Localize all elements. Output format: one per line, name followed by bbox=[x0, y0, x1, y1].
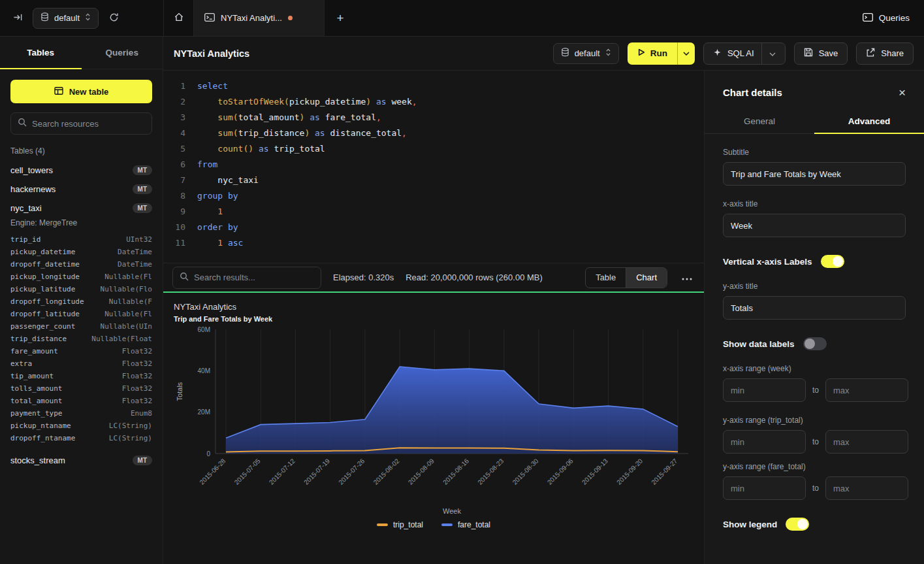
sidebar-tab-queries[interactable]: Queries bbox=[82, 37, 163, 69]
svg-text:2015-07-19: 2015-07-19 bbox=[302, 457, 331, 486]
code-line[interactable]: 11 1 asc bbox=[163, 235, 704, 251]
column-name: pickup_longitude bbox=[10, 273, 80, 282]
column-row[interactable]: extraFloat32 bbox=[0, 357, 163, 370]
column-row[interactable]: passenger_countNullable(UIn bbox=[0, 320, 163, 333]
refresh-icon bbox=[109, 12, 119, 24]
yrange-trip-min-input[interactable] bbox=[723, 430, 806, 454]
home-button[interactable] bbox=[164, 0, 194, 36]
table-item-hackernews[interactable]: hackernews MT bbox=[0, 180, 163, 199]
subtitle-label: Subtitle bbox=[723, 148, 906, 157]
new-tab-button[interactable]: + bbox=[325, 0, 356, 36]
code-line[interactable]: 7 nyc_taxi bbox=[163, 173, 704, 188]
svg-text:20M: 20M bbox=[198, 408, 210, 416]
column-row[interactable]: tolls_amountFloat32 bbox=[0, 382, 163, 395]
column-row[interactable]: dropoff_datetimeDateTime bbox=[0, 258, 163, 271]
code-line[interactable]: 5 count() as trip_total bbox=[163, 141, 704, 157]
database-selector[interactable]: default bbox=[33, 8, 99, 29]
header-database-selector[interactable]: default bbox=[553, 43, 619, 64]
column-row[interactable]: trip_distanceNullable(Float bbox=[0, 333, 163, 345]
table-item-nyc-taxi[interactable]: nyc_taxi MT bbox=[0, 199, 163, 218]
code-line[interactable]: 10order by bbox=[163, 220, 704, 235]
panel-tab-advanced[interactable]: Advanced bbox=[814, 109, 924, 133]
share-icon bbox=[866, 48, 875, 59]
tab-nytaxi-analytics[interactable]: NYTaxi Analyti... bbox=[194, 0, 325, 36]
table-item-cell-towers[interactable]: cell_towers MT bbox=[0, 161, 163, 180]
legend-swatch bbox=[441, 523, 453, 526]
run-main[interactable]: Run bbox=[628, 42, 677, 65]
chart-details-panel: Chart details × General Advanced Subtitl… bbox=[704, 71, 924, 564]
column-row[interactable]: dropoff_ntanameLC(String) bbox=[0, 432, 163, 444]
column-type: Float32 bbox=[122, 397, 152, 406]
sql-ai-button[interactable]: SQL AI bbox=[703, 42, 786, 65]
sidebar-tab-tables[interactable]: Tables bbox=[0, 37, 82, 69]
column-row[interactable]: dropoff_longitudeNullable(F bbox=[0, 295, 163, 308]
xrange-max-input[interactable] bbox=[825, 378, 908, 402]
column-name: dropoff_longitude bbox=[10, 297, 84, 307]
column-row[interactable]: dropoff_latitudeNullable(Fl bbox=[0, 308, 163, 320]
subtitle-input[interactable] bbox=[723, 162, 906, 186]
column-row[interactable]: total_amountFloat32 bbox=[0, 395, 163, 407]
line-number: 11 bbox=[163, 235, 185, 251]
column-row[interactable]: pickup_latitudeNullable(Flo bbox=[0, 283, 163, 295]
show-legend-toggle[interactable] bbox=[786, 518, 809, 531]
new-table-button[interactable]: New table bbox=[10, 80, 152, 103]
sql-editor[interactable]: 1select2 toStartOfWeek(pickup_datetime) … bbox=[163, 71, 704, 263]
results-search bbox=[172, 267, 321, 289]
query-header: NYTaxi Analytics default Run bbox=[163, 37, 924, 71]
column-row[interactable]: payment_typeEnum8 bbox=[0, 407, 163, 420]
collapse-sidebar-icon bbox=[13, 12, 23, 24]
xrange-min-input[interactable] bbox=[723, 378, 806, 402]
engine-label: Engine: MergeTree bbox=[0, 218, 163, 233]
save-button[interactable]: Save bbox=[794, 42, 848, 65]
column-row[interactable]: fare_amountFloat32 bbox=[0, 345, 163, 357]
run-options-chevron[interactable] bbox=[677, 42, 695, 65]
svg-text:40M: 40M bbox=[198, 367, 210, 374]
column-row[interactable]: pickup_ntanameLC(String) bbox=[0, 420, 163, 432]
code-line[interactable]: 2 toStartOfWeek(pickup_datetime) as week… bbox=[163, 94, 704, 110]
column-name: total_amount bbox=[10, 397, 62, 406]
column-row[interactable]: trip_idUInt32 bbox=[0, 233, 163, 246]
column-row[interactable]: pickup_datetimeDateTime bbox=[0, 246, 163, 258]
updown-chevron-icon bbox=[605, 48, 611, 59]
code-line[interactable]: 6from bbox=[163, 157, 704, 173]
code-line[interactable]: 4 sum(trip_distance) as distance_total, bbox=[163, 125, 704, 141]
editor-column: 1select2 toStartOfWeek(pickup_datetime) … bbox=[163, 71, 704, 564]
vertical-labels-toggle[interactable] bbox=[821, 255, 844, 268]
column-row[interactable]: tip_amountFloat32 bbox=[0, 370, 163, 382]
panel-tab-general[interactable]: General bbox=[705, 109, 814, 133]
vertical-labels-row: Vertical x-axis Labels bbox=[723, 255, 906, 268]
resource-search-input[interactable] bbox=[32, 119, 145, 129]
column-type: Nullable(UIn bbox=[101, 322, 152, 331]
code-line[interactable]: 9 1 bbox=[163, 204, 704, 220]
collapse-sidebar-button[interactable] bbox=[9, 10, 26, 27]
legend-item[interactable]: fare_total bbox=[441, 520, 490, 529]
queries-button[interactable]: Queries bbox=[863, 13, 910, 24]
code-line[interactable]: 3 sum(total_amount) as fare_total, bbox=[163, 110, 704, 125]
column-type: Float32 bbox=[122, 359, 152, 369]
results-chart[interactable]: 020M40M60M2015-06-282015-07-052015-07-12… bbox=[174, 323, 693, 519]
xaxis-title-input[interactable] bbox=[723, 214, 906, 237]
refresh-button[interactable] bbox=[105, 10, 122, 27]
data-labels-toggle[interactable] bbox=[803, 337, 827, 350]
code-line[interactable]: 1select bbox=[163, 78, 704, 94]
table-item-stocks-stream[interactable]: stocks_stream MT bbox=[0, 451, 163, 470]
column-type: Nullable(Fl bbox=[104, 310, 152, 319]
column-type: DateTime bbox=[118, 260, 152, 269]
code-line[interactable]: 8group by bbox=[163, 188, 704, 204]
yrange-fare-max-input[interactable] bbox=[825, 476, 908, 500]
yrange-trip-max-input[interactable] bbox=[825, 430, 908, 454]
more-options-button[interactable] bbox=[679, 270, 695, 285]
legend-item[interactable]: trip_total bbox=[377, 520, 423, 529]
view-tab-chart[interactable]: Chart bbox=[626, 268, 667, 288]
view-tab-table[interactable]: Table bbox=[586, 268, 626, 288]
yaxis-title-input[interactable] bbox=[723, 296, 906, 320]
column-row[interactable]: pickup_longitudeNullable(Fl bbox=[0, 271, 163, 283]
table-name: cell_towers bbox=[10, 165, 53, 175]
yrange-fare-min-input[interactable] bbox=[723, 476, 806, 500]
results-search-input[interactable] bbox=[194, 273, 314, 282]
run-button[interactable]: Run bbox=[628, 42, 695, 65]
close-panel-button[interactable]: × bbox=[899, 86, 906, 99]
database-icon bbox=[561, 48, 569, 59]
share-button[interactable]: Share bbox=[856, 42, 914, 65]
sql-ai-label: SQL AI bbox=[727, 48, 754, 58]
